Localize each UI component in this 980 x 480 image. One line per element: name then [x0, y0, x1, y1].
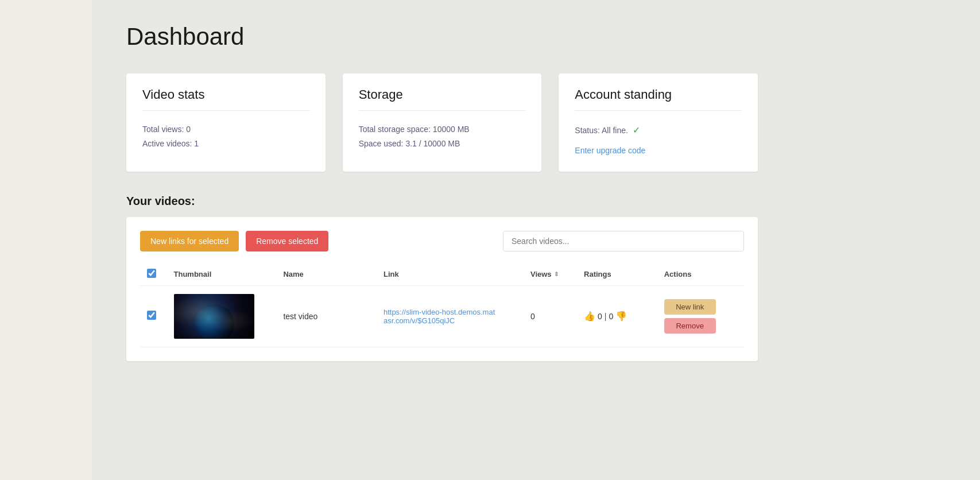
video-views: 0 [530, 312, 535, 321]
th-link: Link [377, 263, 524, 286]
th-views: Views ⇕ [524, 263, 577, 286]
account-standing-card: Account standing Status: All fine. ✓ Ent… [559, 73, 758, 172]
stats-grid: Video stats Total views: 0 Active videos… [126, 73, 758, 172]
active-videos-label: Active videos: 1 [142, 137, 309, 151]
row-checkbox[interactable] [147, 311, 156, 320]
thumbnail-cell [167, 285, 277, 347]
page-title: Dashboard [126, 23, 946, 51]
video-ratings-cell: 👍 0 | 0 👎 [577, 285, 657, 347]
ratings-separator: | [605, 312, 607, 321]
remove-selected-button[interactable]: Remove selected [246, 231, 328, 251]
search-input[interactable] [503, 231, 744, 251]
space-used-label: Space used: 3.1 / 10000 MB [359, 137, 526, 151]
th-actions: Actions [657, 263, 744, 286]
table-header-row: Thumbnail Name Link Views ⇕ Ratings Acti… [140, 263, 744, 286]
likes-count: 0 [598, 312, 602, 321]
toolbar: New links for selected Remove selected [140, 231, 744, 251]
dislikes-count: 0 [609, 312, 613, 321]
sidebar [0, 0, 92, 480]
account-standing-body: Status: All fine. ✓ Enter upgrade code [575, 122, 742, 158]
storage-card: Storage Total storage space: 10000 MB Sp… [343, 73, 542, 172]
thumbs-down-icon: 👎 [615, 311, 627, 322]
views-sort-icon[interactable]: ⇕ [554, 271, 559, 277]
remove-button[interactable]: Remove [664, 318, 716, 334]
th-name: Name [276, 263, 377, 286]
storage-body: Total storage space: 10000 MB Space used… [359, 122, 526, 151]
video-name-cell: test video [276, 285, 377, 347]
main-content: Dashboard Video stats Total views: 0 Act… [92, 0, 980, 480]
earth-lights [174, 294, 254, 339]
video-actions-cell: New link Remove [657, 285, 744, 347]
video-views-cell: 0 [524, 285, 577, 347]
account-standing-title: Account standing [575, 87, 742, 111]
video-link-cell: https://slim-video-host.demos.matasr.com… [377, 285, 524, 347]
upgrade-code-link[interactable]: Enter upgrade code [575, 144, 742, 158]
videos-section-title: Your videos: [126, 195, 946, 208]
status-ok-icon: ✓ [633, 125, 640, 135]
video-name: test video [283, 312, 317, 321]
th-check [140, 263, 167, 286]
search-wrap [503, 231, 744, 251]
select-all-checkbox[interactable] [147, 269, 156, 278]
storage-title: Storage [359, 87, 526, 111]
video-stats-body: Total views: 0 Active videos: 1 [142, 122, 309, 151]
ratings-display: 👍 0 | 0 👎 [584, 311, 650, 322]
total-space-label: Total storage space: 10000 MB [359, 122, 526, 137]
row-checkbox-cell [140, 285, 167, 347]
account-status: Status: All fine. ✓ [575, 122, 742, 139]
new-links-for-selected-button[interactable]: New links for selected [140, 231, 239, 251]
table-row: test video https://slim-video-host.demos… [140, 285, 744, 347]
new-link-button[interactable]: New link [664, 299, 716, 315]
video-link[interactable]: https://slim-video-host.demos.matasr.com… [384, 308, 498, 325]
th-thumbnail: Thumbnail [167, 263, 277, 286]
video-stats-title: Video stats [142, 87, 309, 111]
video-stats-card: Video stats Total views: 0 Active videos… [126, 73, 326, 172]
th-ratings: Ratings [577, 263, 657, 286]
total-views-label: Total views: 0 [142, 122, 309, 137]
actions-display: New link Remove [664, 299, 737, 334]
thumbs-up-icon: 👍 [584, 311, 595, 322]
videos-panel: New links for selected Remove selected T… [126, 217, 758, 361]
video-thumbnail [174, 294, 254, 339]
status-text: Status: All fine. [575, 126, 628, 135]
video-table: Thumbnail Name Link Views ⇕ Ratings Acti… [140, 263, 744, 347]
